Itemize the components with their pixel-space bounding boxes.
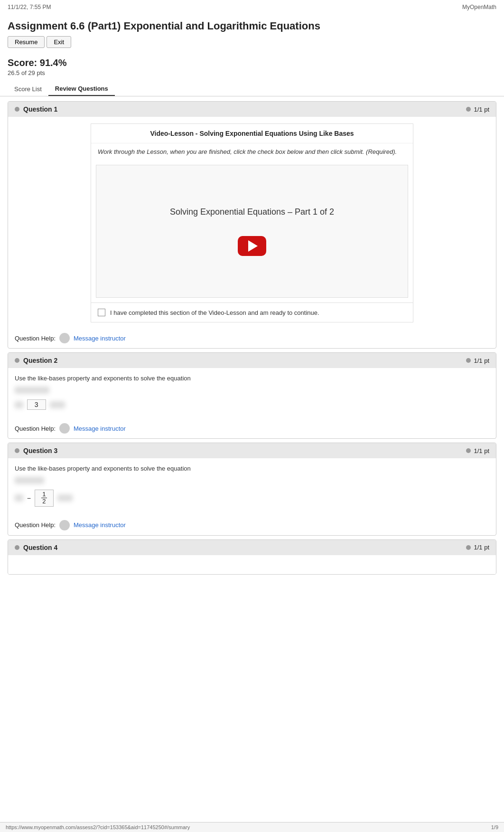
page-title: Assignment 6.6 (Part1) Exponential and L… (0, 14, 504, 36)
question-1-dot (15, 107, 19, 112)
video-completion-row: I have completed this section of the Vid… (91, 303, 413, 322)
question-4-score: 1/1 pt (466, 544, 489, 551)
question-1-block: Question 1 1/1 pt Video-Lesson - Solving… (8, 101, 496, 349)
question-3-score: 1/1 pt (466, 447, 489, 454)
q2-message-instructor[interactable]: Message instructor (74, 425, 126, 432)
q2-blurred-left: xxxx = xxxxx (15, 387, 49, 394)
q2-answer-box: 3 (27, 399, 46, 410)
top-bar: 11/1/22, 7:55 PM MyOpenMath (0, 0, 504, 14)
resume-button[interactable]: Resume (8, 36, 45, 48)
question-3-block: Question 3 1/1 pt Use the like-bases pro… (8, 443, 496, 536)
question-3-dot (15, 448, 19, 453)
question-3-help-row: Question Help: Message instructor (8, 516, 496, 535)
question-2-block: Question 2 1/1 pt Use the like-bases pro… (8, 352, 496, 439)
q1-help-label: Question Help: (15, 335, 56, 342)
score-sub: 26.5 of 29 pts (8, 69, 496, 76)
question-2-score-dot (466, 358, 471, 363)
play-triangle-icon (248, 240, 258, 252)
question-4-header: Question 4 1/1 pt (8, 540, 496, 555)
q2-text: Use the like-bases property and exponent… (15, 375, 489, 382)
play-button[interactable] (238, 236, 266, 256)
video-inner-title: Solving Exponential Equations – Part 1 o… (170, 207, 334, 217)
q3-help-dot (59, 520, 70, 530)
question-2-dot (15, 358, 19, 363)
question-2-title: Question 2 (15, 357, 57, 364)
question-2-score: 1/1 pt (466, 357, 489, 364)
tabs-row: Score List Review Questions (0, 82, 504, 96)
question-4-block: Question 4 1/1 pt (8, 539, 496, 575)
exit-button[interactable]: Exit (47, 36, 71, 48)
footer-page: 1/9 (491, 824, 498, 830)
q2-blurred-right: xxxxx (50, 401, 65, 408)
footer-bar: https://www.myopenmath.com/assess2/?cid=… (0, 822, 504, 832)
question-3-header: Question 3 1/1 pt (8, 443, 496, 458)
q3-fraction: 1 2 (41, 491, 47, 505)
question-1-body: Video-Lesson - Solving Exponential Equat… (8, 117, 496, 329)
timestamp: 11/1/22, 7:55 PM (8, 4, 51, 10)
q1-message-instructor[interactable]: Message instructor (74, 335, 126, 342)
question-4-title: Question 4 (15, 544, 57, 551)
q2-answer-display: x = 3 xxxxx (15, 397, 489, 413)
toolbar: Resume Exit (0, 36, 504, 54)
tab-review-questions[interactable]: Review Questions (48, 82, 115, 96)
q2-equation-row: xxxx = xxxxx (15, 387, 489, 394)
q1-help-dot (59, 333, 70, 343)
score-section: Score: 91.4% 26.5 of 29 pts (0, 54, 504, 82)
q3-blurred-left: xxxx xxxxx (15, 477, 44, 484)
completion-checkbox[interactable] (98, 309, 105, 316)
question-1-title: Question 1 (15, 105, 57, 113)
q3-answer-display: x = − 1 2 xxxxx (15, 487, 489, 510)
q3-equation-row: xxxx xxxxx (15, 477, 489, 484)
q3-answer-box: 1 2 (35, 490, 54, 507)
q2-help-dot (59, 423, 70, 434)
question-1-score-dot (466, 107, 471, 112)
question-4-score-dot (466, 545, 471, 550)
question-3-title: Question 3 (15, 447, 57, 454)
question-2-body: Use the like-bases property and exponent… (8, 368, 496, 419)
footer-url: https://www.myopenmath.com/assess2/?cid=… (6, 824, 190, 830)
video-box: Video-Lesson - Solving Exponential Equat… (91, 123, 413, 322)
video-instruction: Work through the Lesson, when you are fi… (91, 143, 413, 160)
question-4-dot (15, 545, 19, 550)
completion-text: I have completed this section of the Vid… (110, 309, 319, 316)
tab-score-list[interactable]: Score List (8, 82, 48, 96)
q2-help-label: Question Help: (15, 425, 56, 432)
q3-minus: − (27, 494, 31, 502)
q3-blurred-right: xxxxx (57, 494, 73, 501)
video-player-area: Solving Exponential Equations – Part 1 o… (96, 165, 408, 298)
q3-help-label: Question Help: (15, 521, 56, 529)
q3-text: Use the like-bases property and exponent… (15, 465, 489, 472)
video-title: Video-Lesson - Solving Exponential Equat… (91, 124, 413, 143)
question-4-body (8, 555, 496, 574)
question-2-header: Question 2 1/1 pt (8, 353, 496, 368)
question-3-body: Use the like-bases property and exponent… (8, 458, 496, 516)
question-1-header: Question 1 1/1 pt (8, 102, 496, 117)
score-label: Score: 91.4% (8, 57, 496, 68)
question-2-help-row: Question Help: Message instructor (8, 419, 496, 438)
q3-blurred-var: x = (15, 494, 23, 501)
question-1-score: 1/1 pt (466, 106, 489, 113)
question-1-help-row: Question Help: Message instructor (8, 329, 496, 348)
question-3-score-dot (466, 448, 471, 453)
q3-message-instructor[interactable]: Message instructor (74, 521, 126, 529)
site-name: MyOpenMath (462, 4, 496, 10)
q2-blurred-var: x = (15, 401, 23, 408)
